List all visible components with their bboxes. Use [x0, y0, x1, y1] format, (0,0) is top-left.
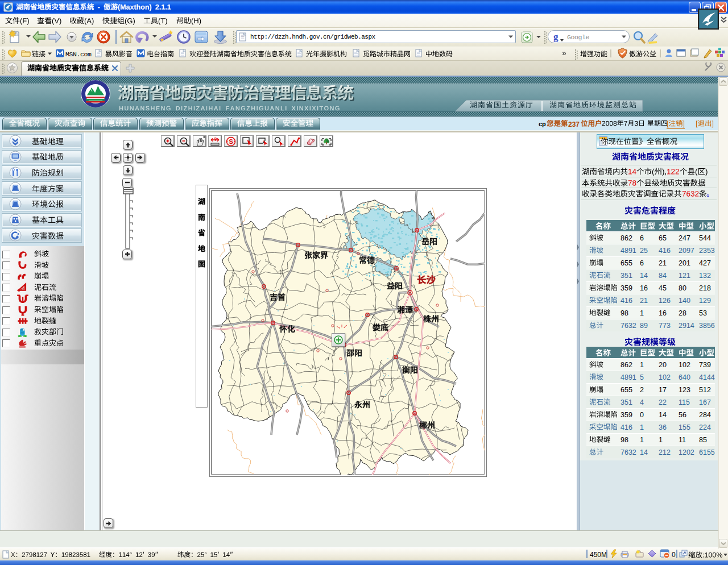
- svg-text:?: ?: [214, 136, 217, 142]
- svg-text:S: S: [229, 138, 233, 145]
